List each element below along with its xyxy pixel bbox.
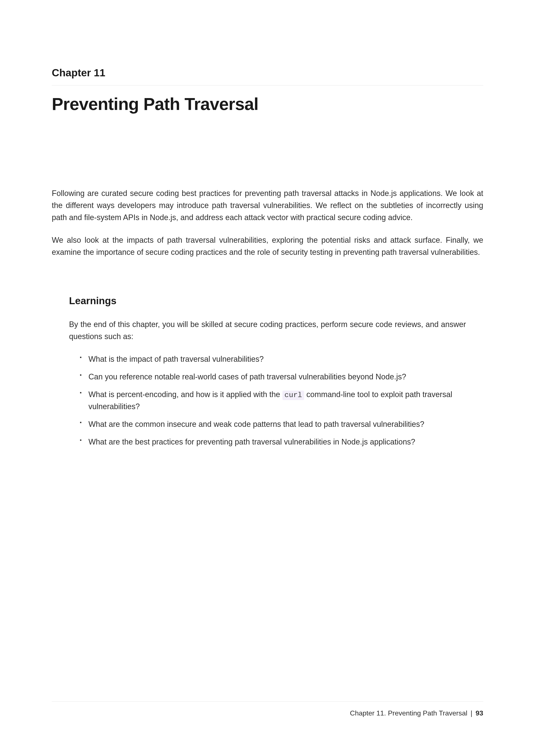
list-item-text-pre: What is percent-encoding, and how is it … [88, 390, 282, 399]
learnings-title: Learnings [69, 295, 466, 307]
chapter-divider [52, 85, 483, 86]
chapter-label: Chapter 11 [52, 67, 483, 79]
intro-paragraph-1: Following are curated secure coding best… [52, 187, 483, 223]
list-item: What are the best practices for preventi… [80, 436, 466, 448]
list-item: Can you reference notable real-world cas… [80, 371, 466, 383]
learnings-list: What is the impact of path traversal vul… [69, 353, 466, 448]
footer-separator: | [470, 709, 472, 717]
learnings-intro: By the end of this chapter, you will be … [69, 318, 466, 342]
inline-code: curl [282, 391, 304, 400]
page-number: 93 [475, 709, 483, 717]
footer-divider [52, 701, 483, 702]
learnings-section: Learnings By the end of this chapter, yo… [52, 295, 483, 448]
page-content: Chapter 11 Preventing Path Traversal Fol… [0, 0, 535, 448]
list-item: What are the common insecure and weak co… [80, 418, 466, 430]
page-footer: Chapter 11. Preventing Path Traversal | … [52, 701, 483, 717]
footer-text: Chapter 11. Preventing Path Traversal | … [52, 709, 483, 717]
list-item: What is the impact of path traversal vul… [80, 353, 466, 365]
chapter-title: Preventing Path Traversal [52, 94, 483, 114]
list-item: What is percent-encoding, and how is it … [80, 389, 466, 412]
intro-paragraph-2: We also look at the impacts of path trav… [52, 234, 483, 258]
intro-section: Following are curated secure coding best… [52, 187, 483, 258]
footer-chapter-ref: Chapter 11. Preventing Path Traversal [350, 709, 467, 717]
